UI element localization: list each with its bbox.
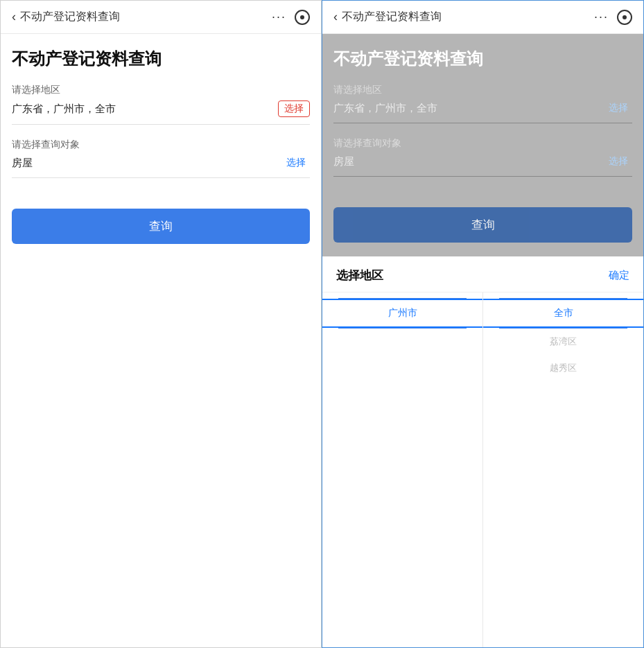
left-query-object-value: 房屋	[12, 157, 33, 170]
left-page-content: 不动产登记资料查询 请选择地区 广东省，广州市，全市 选择 请选择查询对象 房屋…	[1, 34, 321, 647]
right-picker-area: 广州市 全市 荔湾区 越秀区	[322, 292, 643, 647]
right-phone-panel: ‹ 不动产登记资料查询 ··· 不动产登记资料查询 请选择地区 广东省，广州市，…	[322, 0, 644, 648]
right-sheet-title: 选择地区	[336, 268, 383, 283]
right-query-object-select-btn-overlay[interactable]: 选择	[604, 154, 632, 169]
right-nav-left: ‹ 不动产登记资料查询	[333, 10, 594, 24]
right-query-object-label-overlay: 请选择查询对象	[333, 137, 632, 150]
left-query-object-section: 请选择查询对象 房屋 选择	[12, 139, 310, 178]
left-nav-title: 不动产登记资料查询	[20, 10, 120, 24]
right-query-object-section-overlay: 请选择查询对象 房屋 选择	[333, 137, 632, 177]
left-query-object-label: 请选择查询对象	[12, 139, 310, 151]
right-region-row-overlay: 广东省，广州市，全市 选择	[333, 100, 632, 123]
right-page-title: 不动产登记资料查询	[333, 48, 632, 70]
left-nav-dots[interactable]: ···	[272, 10, 286, 24]
right-nav-right: ···	[594, 10, 632, 25]
left-nav-right: ···	[272, 10, 310, 25]
left-nav-circle[interactable]	[295, 10, 310, 25]
left-back-icon[interactable]: ‹	[12, 10, 16, 24]
left-region-section: 请选择地区 广东省，广州市，全市 选择	[12, 84, 310, 125]
left-region-select-btn[interactable]: 选择	[278, 100, 310, 117]
right-sheet-header: 选择地区 确定	[322, 256, 643, 292]
right-sheet-confirm-btn[interactable]: 确定	[609, 269, 629, 282]
right-nav-circle-dot	[623, 15, 627, 19]
left-nav-circle-dot	[300, 15, 304, 19]
right-region-section-overlay: 请选择地区 广东省，广州市，全市 选择	[333, 84, 632, 123]
right-col1-sep-bottom	[338, 328, 467, 329]
right-query-object-value-overlay: 房屋	[333, 155, 354, 168]
right-nav-bar: ‹ 不动产登记资料查询 ···	[322, 1, 643, 34]
right-picker-col2[interactable]: 全市 荔湾区 越秀区	[483, 292, 643, 647]
right-region-select-btn-overlay[interactable]: 选择	[604, 100, 632, 116]
left-page-title: 不动产登记资料查询	[12, 48, 310, 70]
left-nav-bar: ‹ 不动产登记资料查询 ···	[1, 1, 321, 34]
left-region-value: 广东省，广州市，全市	[12, 103, 116, 116]
right-query-btn-overlay[interactable]: 查询	[333, 207, 632, 243]
right-back-icon[interactable]: ‹	[333, 10, 338, 24]
right-picker-col1[interactable]: 广州市	[322, 292, 483, 647]
right-region-label-overlay: 请选择地区	[333, 84, 632, 96]
right-nav-dots[interactable]: ···	[594, 10, 609, 24]
right-overlay-area: 不动产登记资料查询 请选择地区 广东省，广州市，全市 选择 请选择查询对象 房屋…	[322, 34, 643, 256]
right-col2-item-quanshi[interactable]: 全市	[483, 299, 643, 328]
right-col1-item-guangzhou[interactable]: 广州市	[322, 299, 482, 328]
right-region-value-overlay: 广东省，广州市，全市	[333, 102, 437, 115]
left-query-btn[interactable]: 查询	[12, 209, 310, 244]
right-col2-item-liwan[interactable]: 荔湾区	[483, 329, 643, 355]
left-query-object-select-btn[interactable]: 选择	[282, 155, 310, 170]
left-query-object-row: 房屋 选择	[12, 155, 310, 178]
left-nav-left: ‹ 不动产登记资料查询	[12, 10, 272, 24]
right-query-object-row-overlay: 房屋 选择	[333, 154, 632, 177]
right-bottom-sheet: 选择地区 确定 广州市 全市 荔湾区 越秀区	[322, 256, 643, 647]
left-region-label: 请选择地区	[12, 84, 310, 96]
right-col2-item-yuexiu[interactable]: 越秀区	[483, 355, 643, 381]
left-phone-panel: ‹ 不动产登记资料查询 ··· 不动产登记资料查询 请选择地区 广东省，广州市，…	[0, 0, 322, 648]
right-nav-title: 不动产登记资料查询	[342, 10, 442, 24]
left-region-row: 广东省，广州市，全市 选择	[12, 100, 310, 125]
right-nav-circle[interactable]	[617, 10, 632, 25]
